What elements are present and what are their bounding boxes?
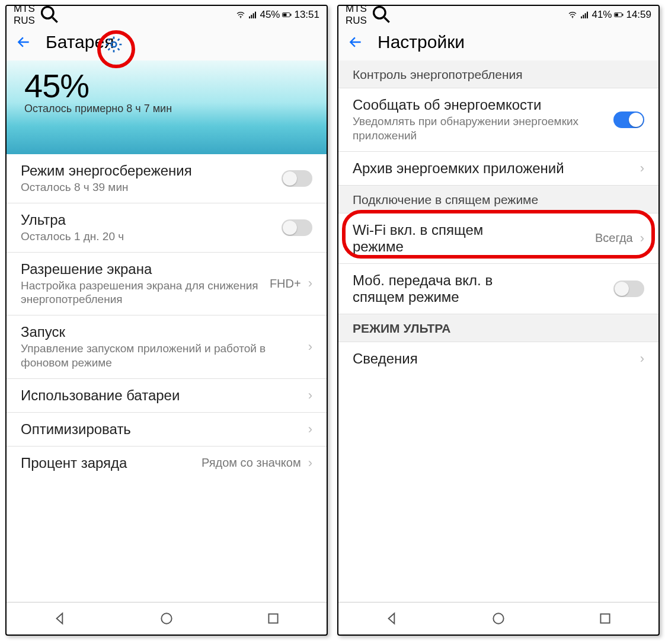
svg-point-10 — [111, 42, 117, 47]
svg-rect-9 — [290, 14, 292, 15]
item-launch[interactable]: Запуск Управление запуском приложений и … — [7, 315, 327, 379]
svg-rect-8 — [283, 14, 287, 17]
svg-point-13 — [374, 7, 386, 19]
battery-pct-status: 45% — [260, 9, 280, 21]
svg-point-2 — [241, 17, 242, 18]
chevron-right-icon: › — [308, 388, 312, 403]
chevron-right-icon: › — [640, 231, 644, 246]
item-notify-power[interactable]: Сообщать об энергоемкости Уведомлять при… — [338, 88, 658, 152]
chevron-right-icon: › — [308, 455, 312, 471]
svg-point-15 — [573, 17, 574, 18]
svg-rect-24 — [600, 614, 609, 623]
back-icon[interactable] — [16, 34, 31, 50]
settings-list: Режим энергосбережения Осталось 8 ч 39 м… — [7, 154, 327, 602]
item-title: Процент заряда — [21, 455, 196, 471]
item-optimize[interactable]: Оптимизировать › — [7, 413, 327, 447]
item-resolution[interactable]: Разрешение экрана Настройка разрешения э… — [7, 253, 327, 316]
svg-rect-5 — [253, 13, 254, 18]
nav-recent-icon[interactable] — [597, 611, 613, 626]
settings-list: Контроль энергопотребления Сообщать об э… — [338, 60, 658, 602]
svg-rect-6 — [255, 12, 256, 18]
item-sub: Уведомлять при обнаружении энергоемких п… — [353, 114, 608, 143]
wifi-icon — [236, 10, 245, 20]
svg-rect-19 — [587, 12, 588, 18]
item-sub: Осталось 8 ч 39 мин — [21, 180, 276, 195]
chevron-right-icon: › — [308, 339, 312, 355]
item-info[interactable]: Сведения › — [338, 342, 658, 375]
svg-line-14 — [385, 18, 389, 23]
svg-point-23 — [493, 613, 503, 623]
chevron-right-icon: › — [308, 422, 312, 437]
status-bar: MTS RUS 41% 14:59 — [338, 6, 658, 24]
item-value: Рядом со значком — [202, 456, 301, 470]
nav-back-icon[interactable] — [384, 611, 399, 626]
svg-point-11 — [161, 613, 171, 623]
toggle-power-saving[interactable] — [282, 170, 312, 187]
chevron-right-icon: › — [640, 161, 644, 176]
nav-back-icon[interactable] — [52, 611, 68, 626]
wifi-icon — [568, 10, 577, 20]
toggle-notify[interactable] — [613, 111, 644, 128]
item-ultra[interactable]: Ультра Осталось 1 дн. 20 ч — [7, 203, 327, 253]
item-title: Wi-Fi вкл. в спящем режиме — [353, 222, 519, 255]
battery-percentage: 45% — [24, 66, 309, 105]
chevron-right-icon: › — [308, 276, 312, 291]
item-usage[interactable]: Использование батареи › — [7, 379, 327, 413]
time-label: 14:59 — [626, 9, 651, 21]
battery-icon — [282, 10, 292, 20]
item-value: FHD+ — [270, 277, 301, 291]
item-value: Всегда — [595, 231, 633, 245]
svg-line-1 — [53, 18, 57, 23]
svg-rect-4 — [251, 15, 252, 18]
item-percent[interactable]: Процент заряда Рядом со значком › — [7, 447, 327, 480]
battery-hero: 45% Осталось примерно 8 ч 7 мин — [7, 60, 327, 154]
svg-rect-12 — [268, 614, 277, 623]
svg-rect-3 — [249, 17, 250, 18]
item-title: Запуск — [21, 324, 301, 340]
time-label: 13:51 — [294, 9, 319, 21]
svg-rect-18 — [585, 13, 586, 18]
item-archive[interactable]: Архив энергоемких приложений › — [338, 152, 658, 186]
item-title: Ультра — [21, 212, 276, 228]
battery-remaining: Осталось примерно 8 ч 7 мин — [24, 103, 309, 115]
signal-icon — [248, 10, 257, 20]
status-bar: MTS RUS 45% 13:51 — [7, 6, 327, 24]
svg-rect-22 — [622, 14, 624, 15]
page-title: Настройки — [378, 32, 465, 52]
battery-pct-status: 41% — [592, 9, 612, 21]
item-title: Разрешение экрана — [21, 261, 264, 278]
item-power-saving[interactable]: Режим энергосбережения Осталось 8 ч 39 м… — [7, 154, 327, 203]
svg-rect-21 — [615, 14, 618, 17]
item-title: Оптимизировать — [21, 421, 301, 438]
app-header: Настройки — [338, 24, 658, 60]
section-sleep-connection: Подключение в спящем режиме — [338, 186, 658, 213]
phone-left: MTS RUS 45% 13:51 Батарея 45% Осталось п… — [5, 5, 328, 636]
gear-icon[interactable] — [104, 35, 123, 54]
item-sub: Осталось 1 дн. 20 ч — [21, 229, 276, 244]
svg-rect-16 — [581, 17, 582, 18]
nav-home-icon[interactable] — [159, 611, 174, 626]
nav-bar — [338, 602, 658, 635]
toggle-ultra[interactable] — [282, 219, 312, 236]
nav-bar — [7, 602, 327, 635]
back-icon[interactable] — [348, 34, 363, 50]
chevron-right-icon: › — [640, 351, 644, 366]
phone-right: MTS RUS 41% 14:59 Настройки Контроль эне… — [337, 5, 660, 636]
item-sub: Управление запуском приложений и работой… — [21, 342, 301, 370]
page-title: Батарея — [46, 32, 114, 52]
nav-recent-icon[interactable] — [266, 611, 281, 626]
item-sub: Настройка разрешения экрана для снижения… — [21, 279, 264, 307]
item-title: Режим энергосбережения — [21, 162, 276, 179]
item-title: Архив энергоемких приложений — [353, 160, 633, 177]
toggle-mobile[interactable] — [613, 280, 644, 297]
item-title: Сообщать об энергоемкости — [353, 97, 608, 113]
section-power-control: Контроль энергопотребления — [338, 60, 658, 88]
nav-home-icon[interactable] — [491, 611, 506, 626]
svg-point-0 — [42, 7, 54, 19]
item-mobile-sleep[interactable]: Моб. передача вкл. в спящем режиме — [338, 264, 658, 314]
item-title: Использование батареи — [21, 387, 301, 404]
item-wifi-sleep[interactable]: Wi-Fi вкл. в спящем режиме Всегда › — [338, 213, 658, 264]
item-title: Моб. передача вкл. в спящем режиме — [353, 272, 542, 305]
app-header: Батарея — [7, 24, 327, 60]
section-ultra-mode: РЕЖИМ УЛЬТРА — [338, 314, 658, 342]
